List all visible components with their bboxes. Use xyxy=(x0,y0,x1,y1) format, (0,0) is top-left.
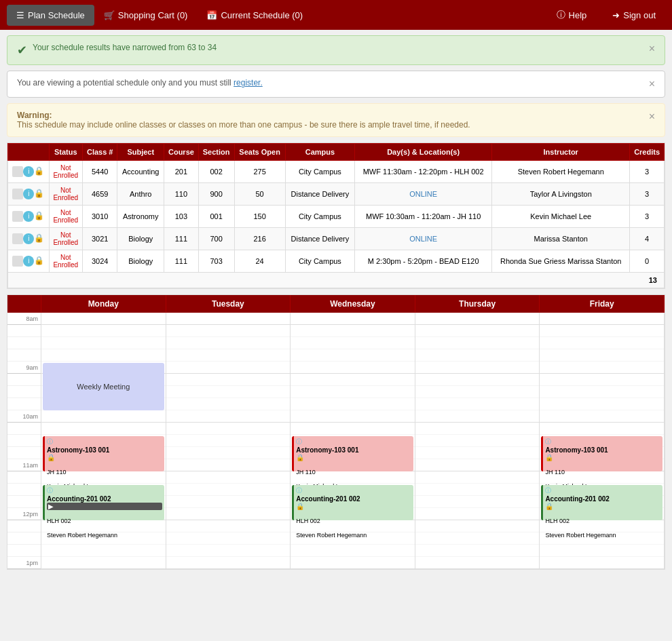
info-icon[interactable]: i xyxy=(23,189,34,199)
cell-subject: Biology xyxy=(117,228,164,250)
sign-out-btn[interactable]: ➜ Sign out xyxy=(603,3,665,26)
lock-icon[interactable]: 🔒 xyxy=(34,211,44,220)
top-nav: ☰ Plan Schedule 🛒 Shopping Cart (0) 📅 Cu… xyxy=(0,0,672,30)
accounting-event[interactable]: ⓘ Accounting-201 002 🔒HLH 002Steven Robe… xyxy=(541,485,662,520)
time-label xyxy=(7,337,41,349)
cell-course: 110 xyxy=(164,183,199,206)
shopping-cart-btn[interactable]: 🛒 Shopping Cart (0) xyxy=(94,5,198,26)
thumbnail-icon xyxy=(12,233,23,244)
instructor-cell: Taylor A Livingston xyxy=(492,183,630,206)
time-label xyxy=(7,545,41,557)
cell-subject: Astronomy xyxy=(117,206,164,228)
event-location2: HLH 002 xyxy=(296,518,411,524)
campus-cell: City Campus xyxy=(285,250,354,273)
col-section: Section xyxy=(198,144,234,161)
day-col-3 xyxy=(415,313,540,569)
cell-section: 002 xyxy=(198,161,234,183)
signout-icon: ➜ xyxy=(612,10,620,20)
accounting-event[interactable]: ⓘ Accounting-201 002 🔒HLH 002Steven Robe… xyxy=(292,485,413,520)
lock-icon[interactable]: 🔒 xyxy=(34,189,44,198)
cart-icon: 🛒 xyxy=(104,10,115,20)
cell-class_num: 3021 xyxy=(83,228,117,250)
online-link[interactable]: ONLINE xyxy=(409,190,437,198)
lock-icon[interactable]: 🔒 xyxy=(34,166,44,176)
time-label xyxy=(7,325,41,337)
event-info-icon[interactable]: ⓘ xyxy=(47,438,162,446)
lock-icon[interactable]: 🔒 xyxy=(34,233,44,243)
day-col-4: ⓘ Astronomy-103 001 🔒JH 110Kevin Michael… xyxy=(540,313,665,569)
calendar-icon: 📅 xyxy=(206,10,217,20)
event-title: Astronomy-103 001 xyxy=(296,446,411,454)
instructor-cell: Marissa Stanton xyxy=(492,228,630,250)
event-info-icon2[interactable]: ⓘ xyxy=(545,486,660,495)
current-schedule-btn[interactable]: 📅 Current Schedule (0) xyxy=(197,5,312,26)
friday-header: Friday xyxy=(540,295,665,313)
time-label xyxy=(7,374,41,386)
event-info-icon2[interactable]: ⓘ xyxy=(296,486,411,495)
info-icon[interactable]: i xyxy=(23,166,34,177)
event-title: Astronomy-103 001 xyxy=(545,446,660,454)
table-row: i🔒NotEnrolled3024Biology11170324City Cam… xyxy=(8,250,665,273)
event-title2: Accounting-201 002 xyxy=(545,495,660,503)
event-title2: Accounting-201 002 xyxy=(296,495,411,503)
time-label xyxy=(7,447,41,459)
event-img-icon: ▶ xyxy=(47,503,162,510)
cell-subject: Biology xyxy=(117,250,164,273)
event-info-icon2[interactable]: ⓘ xyxy=(47,486,162,495)
row-icons: i🔒 xyxy=(8,161,50,183)
status-cell: NotEnrolled xyxy=(49,250,82,273)
col-subject: Subject xyxy=(117,144,164,161)
cell-section: 001 xyxy=(198,206,234,228)
credits-cell: 3 xyxy=(630,206,665,228)
cell-class_num: 4659 xyxy=(83,183,117,206)
event-lock-icon: 🔒 xyxy=(545,454,660,461)
table-row: i🔒NotEnrolled3021Biology111700216Distanc… xyxy=(8,228,665,250)
plan-schedule-btn[interactable]: ☰ Plan Schedule xyxy=(7,5,94,26)
astronomy-event[interactable]: ⓘ Astronomy-103 001 🔒JH 110Kevin Michael… xyxy=(541,436,662,471)
lock-icon[interactable]: 🔒 xyxy=(34,256,44,265)
time-label xyxy=(7,435,41,447)
thumbnail-icon xyxy=(12,166,23,177)
table-row: i🔒NotEnrolled4659Anthro11090050Distance … xyxy=(8,183,665,206)
success-alert-close[interactable]: × xyxy=(649,43,655,55)
help-btn[interactable]: ⓘ Help xyxy=(547,3,597,26)
days-loc-cell: ONLINE xyxy=(355,228,492,250)
info-icon[interactable]: i xyxy=(23,256,34,267)
time-label: 11am xyxy=(7,459,41,471)
online-link[interactable]: ONLINE xyxy=(409,235,437,243)
info-icon[interactable]: i xyxy=(23,211,34,222)
status-cell: NotEnrolled xyxy=(49,228,82,250)
table-row: i🔒NotEnrolled3010Astronomy103001150City … xyxy=(8,206,665,228)
info-icon[interactable]: i xyxy=(23,233,34,244)
time-label: 12pm xyxy=(7,508,41,520)
event-location2: HLH 002 xyxy=(47,518,162,524)
event-info-icon[interactable]: ⓘ xyxy=(545,438,660,446)
register-link[interactable]: register. xyxy=(234,78,263,88)
warning-alert-close[interactable]: × xyxy=(649,111,655,123)
campus-cell: Distance Delivery xyxy=(285,183,354,206)
event-location: JH 110 xyxy=(47,469,162,475)
accounting-event[interactable]: ⓘ Accounting-201 002 ▶HLH 002Steven Robe… xyxy=(43,485,164,520)
cell-course: 103 xyxy=(164,206,199,228)
thumbnail-icon xyxy=(12,189,23,199)
event-lock-icon: 🔒 xyxy=(47,454,162,461)
success-alert: ✔ Your schedule results have narrowed fr… xyxy=(7,35,665,65)
thumbnail-icon xyxy=(12,211,23,222)
total-row: 13 xyxy=(8,273,665,288)
info-alert-close[interactable]: × xyxy=(649,78,655,90)
time-label xyxy=(7,484,41,496)
days-loc-cell: MWF 11:30am - 12:20pm - HLH 002 xyxy=(355,161,492,183)
event-title2: Accounting-201 002 xyxy=(47,495,162,503)
help-icon: ⓘ xyxy=(557,9,565,21)
col-credits: Credits xyxy=(630,144,665,161)
astronomy-event[interactable]: ⓘ Astronomy-103 001 🔒JH 110Kevin Michael… xyxy=(292,436,413,471)
event-instructor2: Steven Robert Hegemann xyxy=(296,532,411,539)
astronomy-event[interactable]: ⓘ Astronomy-103 001 🔒JH 110Kevin Michael… xyxy=(43,436,164,471)
event-location2: HLH 002 xyxy=(545,518,660,524)
time-label xyxy=(7,532,41,545)
cell-class_num: 3010 xyxy=(83,206,117,228)
campus-cell: City Campus xyxy=(285,161,354,183)
status-cell: NotEnrolled xyxy=(49,206,82,228)
event-info-icon[interactable]: ⓘ xyxy=(296,438,411,446)
warning-title: Warning: xyxy=(17,111,52,120)
